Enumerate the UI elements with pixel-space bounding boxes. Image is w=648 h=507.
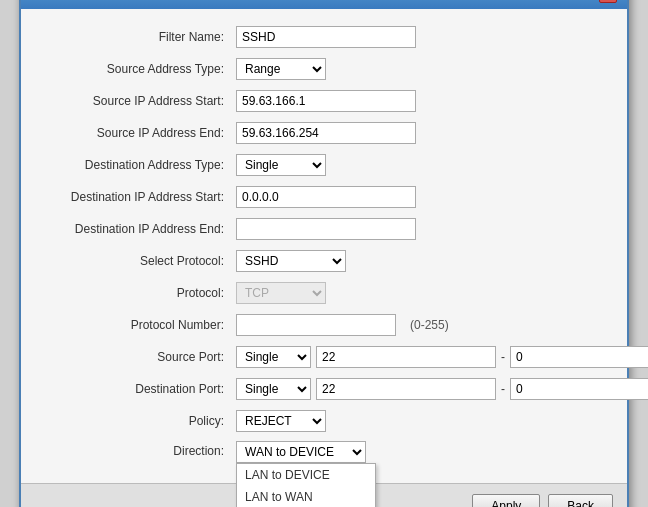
protocol-number-label: Protocol Number: [41, 318, 236, 332]
direction-dropdown-container: WAN to DEVICE LAN to DEVICE LAN to WAN W… [236, 441, 607, 463]
select-protocol-select[interactable]: SSHD TCP UDP ICMP [236, 250, 346, 272]
source-port-type-select[interactable]: Single Range [236, 346, 311, 368]
protocol-row: Protocol: TCP [41, 281, 607, 305]
edit-rule-dialog: Edit rule ✕ Filter Name: Source Address … [19, 0, 629, 507]
dest-port-dash: - [501, 382, 505, 396]
dest-ip-start-input[interactable] [236, 186, 416, 208]
dest-address-type-select[interactable]: Single Range [236, 154, 326, 176]
dest-port-group: Single Range - [236, 378, 648, 400]
filter-name-label: Filter Name: [41, 30, 236, 44]
apply-button[interactable]: Apply [472, 494, 540, 507]
protocol-label: Protocol: [41, 286, 236, 300]
dest-port-end-input[interactable] [510, 378, 648, 400]
select-protocol-label: Select Protocol: [41, 254, 236, 268]
dest-ip-start-row: Destination IP Address Start: [41, 185, 607, 209]
source-address-type-control: Range Single [236, 58, 607, 80]
direction-label: Direction: [41, 441, 236, 458]
source-ip-end-control [236, 122, 607, 144]
back-button[interactable]: Back [548, 494, 613, 507]
source-address-type-row: Source Address Type: Range Single [41, 57, 607, 81]
protocol-number-input[interactable] [236, 314, 396, 336]
dest-port-label: Destination Port: [41, 382, 236, 396]
source-address-type-label: Source Address Type: [41, 62, 236, 76]
source-port-control: Single Range - [236, 346, 648, 368]
direction-option-lan-to-device[interactable]: LAN to DEVICE [237, 464, 375, 486]
select-protocol-row: Select Protocol: SSHD TCP UDP ICMP [41, 249, 607, 273]
dest-ip-start-control [236, 186, 607, 208]
direction-control: WAN to DEVICE LAN to DEVICE LAN to WAN W… [236, 441, 607, 463]
select-protocol-control: SSHD TCP UDP ICMP [236, 250, 607, 272]
direction-dropdown-menu: LAN to DEVICE LAN to WAN WAN to LAN WAN … [236, 463, 376, 507]
close-button[interactable]: ✕ [599, 0, 617, 3]
direction-option-lan-to-wan[interactable]: LAN to WAN [237, 486, 375, 507]
source-ip-start-row: Source IP Address Start: [41, 89, 607, 113]
policy-label: Policy: [41, 414, 236, 428]
policy-select[interactable]: REJECT ACCEPT DROP [236, 410, 326, 432]
source-port-start-input[interactable] [316, 346, 496, 368]
protocol-control: TCP [236, 282, 607, 304]
direction-row: Direction: WAN to DEVICE LAN to DEVICE L… [41, 441, 607, 465]
protocol-number-control: (0-255) [236, 314, 607, 336]
source-port-label: Source Port: [41, 350, 236, 364]
protocol-select: TCP [236, 282, 326, 304]
source-port-row: Source Port: Single Range - [41, 345, 607, 369]
source-ip-start-input[interactable] [236, 90, 416, 112]
policy-row: Policy: REJECT ACCEPT DROP [41, 409, 607, 433]
dest-ip-end-row: Destination IP Address End: [41, 217, 607, 241]
dest-port-row: Destination Port: Single Range - [41, 377, 607, 401]
dest-port-control: Single Range - [236, 378, 648, 400]
filter-name-input[interactable] [236, 26, 416, 48]
protocol-number-row: Protocol Number: (0-255) [41, 313, 607, 337]
source-ip-end-label: Source IP Address End: [41, 126, 236, 140]
dest-address-type-label: Destination Address Type: [41, 158, 236, 172]
filter-name-control [236, 26, 607, 48]
source-ip-end-row: Source IP Address End: [41, 121, 607, 145]
dialog-title: Edit rule [31, 0, 83, 2]
form-content: Filter Name: Source Address Type: Range … [21, 9, 627, 483]
dest-ip-end-label: Destination IP Address End: [41, 222, 236, 236]
direction-select[interactable]: WAN to DEVICE LAN to DEVICE LAN to WAN W… [236, 441, 366, 463]
source-port-dash: - [501, 350, 505, 364]
dest-ip-end-input[interactable] [236, 218, 416, 240]
source-port-end-input[interactable] [510, 346, 648, 368]
filter-name-row: Filter Name: [41, 25, 607, 49]
source-ip-start-control [236, 90, 607, 112]
source-address-type-select[interactable]: Range Single [236, 58, 326, 80]
protocol-number-note: (0-255) [410, 318, 449, 332]
source-port-group: Single Range - [236, 346, 648, 368]
title-bar: Edit rule ✕ [21, 0, 627, 9]
policy-control: REJECT ACCEPT DROP [236, 410, 607, 432]
dest-address-type-row: Destination Address Type: Single Range [41, 153, 607, 177]
dest-address-type-control: Single Range [236, 154, 607, 176]
dest-port-start-input[interactable] [316, 378, 496, 400]
dest-ip-end-control [236, 218, 607, 240]
source-ip-start-label: Source IP Address Start: [41, 94, 236, 108]
source-ip-end-input[interactable] [236, 122, 416, 144]
dest-port-type-select[interactable]: Single Range [236, 378, 311, 400]
dest-ip-start-label: Destination IP Address Start: [41, 190, 236, 204]
